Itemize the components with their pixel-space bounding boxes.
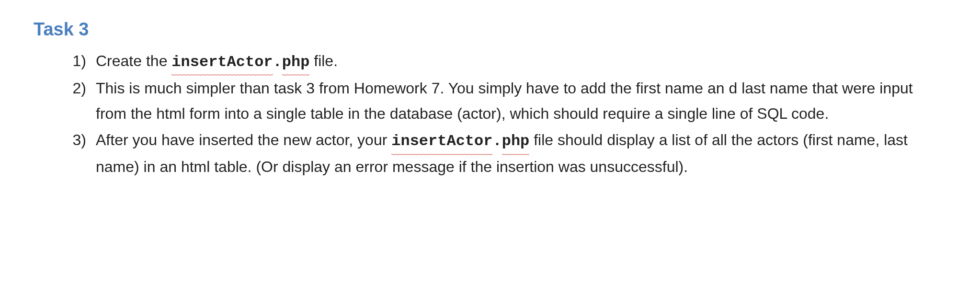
task-list: Create the insertActor.php file. This is… [34, 48, 946, 180]
code-filename-part-php: php [282, 50, 310, 75]
code-filename-part-insertactor: insertActor [391, 129, 492, 154]
item-text: This is much simpler than task 3 from Ho… [96, 76, 946, 126]
list-item: This is much simpler than task 3 from Ho… [77, 76, 946, 126]
code-filename-dot: . [492, 129, 501, 154]
code-filename-part-php: php [502, 129, 530, 154]
item-text: After you have inserted the new actor, y… [96, 127, 946, 180]
item-text: Create the insertActor.php file. [96, 48, 946, 75]
item-pre: Create the [96, 52, 171, 69]
item-post: file. [309, 52, 338, 69]
code-filename-dot: . [273, 50, 282, 75]
code-filename-part-insertactor: insertActor [171, 50, 273, 75]
item-pre: After you have inserted the new actor, y… [96, 131, 391, 148]
list-item: After you have inserted the new actor, y… [77, 127, 946, 180]
task-heading: Task 3 [34, 14, 946, 45]
list-item: Create the insertActor.php file. [77, 48, 946, 75]
